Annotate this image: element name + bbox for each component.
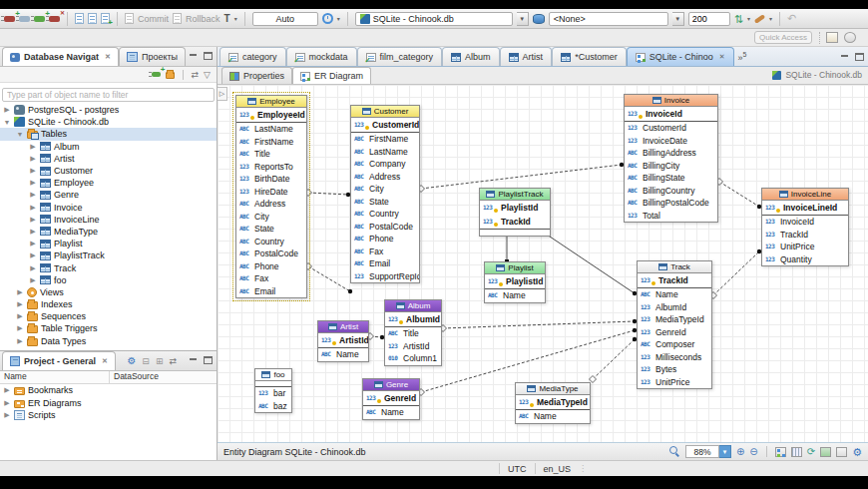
refresh-icon[interactable]: ⇅	[734, 14, 743, 24]
column-row-billingaddress[interactable]: ABCBillingAddress	[625, 147, 717, 160]
schema-dropdown-button[interactable]: ▼	[672, 12, 684, 26]
er-diagram-canvas[interactable]: ▷ Employee123EmployeeIdABCLastNameABCFir…	[217, 85, 868, 442]
maximize-icon[interactable]	[204, 52, 213, 60]
tree-item-invoice[interactable]: ▶Invoice	[0, 202, 217, 214]
expand-arrow-icon[interactable]: ▶	[16, 300, 24, 308]
toggle-grid-icon[interactable]	[791, 447, 802, 457]
sql-editor-icon[interactable]	[75, 13, 84, 24]
column-row-invoiceid[interactable]: 123InvoiceId	[762, 216, 848, 229]
diagram-layout-icon[interactable]	[775, 447, 786, 457]
tree-item-customer[interactable]: ▶Customer	[0, 165, 217, 177]
entity-header[interactable]: Artist	[318, 321, 368, 333]
editor-tab-film-category[interactable]: film_category	[357, 47, 443, 66]
editor-tab-album[interactable]: Album	[442, 47, 500, 66]
connect-icon[interactable]	[19, 16, 30, 22]
column-row-hiredate[interactable]: 123HireDate	[236, 186, 306, 199]
entity-header[interactable]: MediaType	[516, 383, 590, 395]
column-row-name[interactable]: ABCName	[363, 406, 419, 419]
entity-artist[interactable]: Artist123ArtistIdABCName	[317, 320, 369, 362]
column-row-invoicelineid[interactable]: 123InvoiceLineId	[762, 201, 848, 215]
editor-tab-artist[interactable]: Artist	[500, 47, 553, 66]
disconnect-icon[interactable]	[49, 16, 60, 22]
column-row-city[interactable]: ABCCity	[351, 183, 419, 196]
palette-expand-button[interactable]: ▷	[217, 87, 227, 101]
column-row-mediatypeid[interactable]: 123MediaTypeId	[516, 395, 590, 409]
entity-header[interactable]: Invoice	[625, 95, 717, 107]
column-header-datasource[interactable]: DataSource	[110, 371, 159, 383]
column-row-lastname[interactable]: ABCLastName	[236, 123, 306, 136]
expand-arrow-icon[interactable]: ▶	[29, 276, 37, 284]
commit-mode-combo[interactable]: Auto	[252, 12, 318, 26]
link-editor-icon[interactable]: ⇄	[169, 356, 177, 366]
commit-icon[interactable]	[125, 13, 134, 24]
entity-playlisttrack[interactable]: PlaylistTrack123PlaylistId123TrackId	[479, 188, 551, 237]
expand-arrow-icon[interactable]: ▶	[16, 337, 24, 345]
column-row-lastname[interactable]: ABCLastName	[351, 146, 419, 159]
column-row-baz[interactable]: ABCbaz	[255, 400, 291, 413]
column-row-quantity[interactable]: 123Quantity	[762, 253, 848, 266]
expand-arrow-icon[interactable]: ▶	[16, 288, 24, 296]
editor-tab-customer[interactable]: *Customer	[552, 47, 627, 66]
column-row-country[interactable]: ABCCountry	[236, 236, 306, 248]
column-row-playlistid[interactable]: 123PlaylistId	[480, 201, 550, 215]
expand-arrow-icon[interactable]: ▶	[29, 264, 37, 272]
tab-projects[interactable]: Проекты	[119, 47, 186, 66]
column-row-name[interactable]: ABCName	[516, 410, 590, 423]
column-row-title[interactable]: ABCTitle	[236, 148, 306, 161]
connection-dropdown-button[interactable]: ▼	[517, 12, 529, 26]
entity-header[interactable]: PlaylistTrack	[480, 189, 550, 201]
format-brush-icon[interactable]	[754, 14, 765, 24]
close-icon[interactable]: ✕	[105, 53, 111, 61]
column-row-firstname[interactable]: ABCFirstName	[351, 133, 419, 146]
refresh-diagram-icon[interactable]: ⟳	[807, 446, 815, 458]
active-schema-combo[interactable]: <None>	[549, 12, 668, 26]
tree-item-genre[interactable]: ▶Genre	[0, 189, 217, 201]
drag-handle[interactable]: ⋮	[579, 464, 588, 473]
navigator-filter-input[interactable]	[2, 88, 215, 102]
column-row-state[interactable]: ABCState	[236, 223, 306, 236]
tree-item-invoiceline[interactable]: ▶InvoiceLine	[0, 214, 217, 226]
view-menu-icon[interactable]: ▽	[204, 70, 211, 80]
expand-arrow-icon[interactable]: ▶	[29, 228, 37, 236]
link-editor-icon[interactable]: ⇄	[192, 70, 200, 80]
tree-item-sequences[interactable]: ▶Sequences	[0, 310, 217, 322]
minimize-icon[interactable]	[840, 53, 849, 61]
expand-arrow-icon[interactable]: ▶	[29, 191, 37, 199]
maximize-icon[interactable]	[855, 53, 864, 61]
column-row-bytes[interactable]: 123Bytes	[638, 363, 711, 376]
rollback-button[interactable]: Rollback	[186, 14, 220, 24]
zoom-out-icon[interactable]: ⊖	[749, 446, 757, 458]
column-row-trackid[interactable]: 123TrackId	[480, 215, 550, 229]
project-item-er-diagrams[interactable]: ▶ER Diagrams	[0, 397, 217, 410]
tab-overflow-indicator[interactable]: »5	[738, 51, 747, 63]
zoom-level-combo[interactable]: 88%	[685, 445, 719, 458]
entity-album[interactable]: Album123AlbumIdABCTitle123ArtistId010Col…	[384, 299, 442, 366]
column-row-milliseconds[interactable]: 123Milliseconds	[638, 351, 711, 364]
column-row-country[interactable]: ABCCountry	[351, 208, 419, 221]
expand-arrow-icon[interactable]: ▶	[3, 386, 11, 394]
column-row-composer[interactable]: ABCComposer	[638, 338, 711, 351]
column-row-billingstate[interactable]: ABCBillingState	[625, 172, 717, 185]
relationship-line[interactable]	[443, 321, 635, 328]
column-row-email[interactable]: ABCEmail	[236, 285, 306, 298]
relationship-line[interactable]	[308, 266, 350, 291]
relationship-line[interactable]	[719, 182, 759, 207]
column-row-genreid[interactable]: 123GenreId	[363, 391, 419, 405]
save-image-icon[interactable]	[820, 447, 831, 457]
minimize-icon[interactable]	[189, 52, 198, 60]
editor-tab-mockdata[interactable]: mockdata	[286, 47, 357, 66]
chevron-down-icon[interactable]: ▾	[337, 15, 340, 22]
entity-header[interactable]: Album	[385, 300, 441, 312]
column-row-trackid[interactable]: 123TrackId	[762, 229, 848, 242]
commit-button[interactable]: Commit	[138, 14, 169, 24]
diagram-settings-icon[interactable]: ⚙	[852, 447, 862, 457]
column-row-city[interactable]: ABCCity	[236, 211, 306, 224]
row-limit-input[interactable]	[688, 12, 730, 26]
column-row-billingcity[interactable]: ABCBillingCity	[625, 160, 717, 173]
tree-item-mediatype[interactable]: ▶MediaType	[0, 226, 217, 238]
column-row-playlistid[interactable]: 123PlaylistId	[485, 274, 545, 288]
new-connection-icon[interactable]	[4, 16, 15, 22]
column-row-name[interactable]: ABCName	[318, 348, 368, 361]
column-row-unitprice[interactable]: 123UnitPrice	[762, 241, 848, 253]
expand-arrow-icon[interactable]: ▶	[29, 216, 37, 224]
